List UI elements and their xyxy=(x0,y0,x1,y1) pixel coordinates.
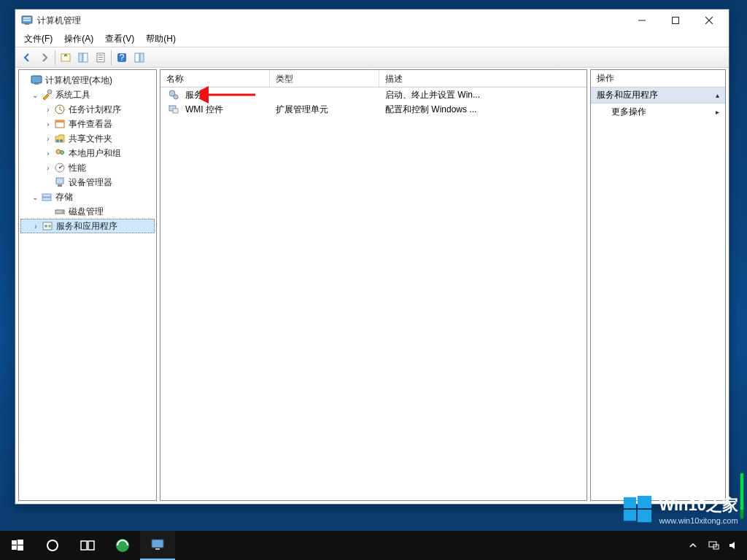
tree-storage[interactable]: ⌄ 存储 xyxy=(20,190,155,204)
svg-rect-46 xyxy=(638,510,651,522)
titlebar: 计算机管理 xyxy=(15,9,729,31)
tree-shared-folders[interactable]: › 共享文件夹 xyxy=(20,131,155,146)
svg-rect-17 xyxy=(31,76,42,83)
list-item-services[interactable]: 服务 启动、终止并设置 Win... xyxy=(160,88,587,102)
navigation-tree[interactable]: 计算机管理(本地) ⌄ 系统工具 › 任务计划程序 › 事件查看器 xyxy=(19,70,156,236)
svg-rect-8 xyxy=(83,53,88,62)
svg-point-39 xyxy=(174,95,178,99)
tray-volume-icon[interactable] xyxy=(725,531,743,560)
tree-label: 共享文件夹 xyxy=(69,133,112,145)
svg-point-25 xyxy=(56,149,61,154)
tree-disk-management[interactable]: 磁盘管理 xyxy=(20,204,155,219)
actions-pane: 操作 服务和应用程序 ▴ 更多操作 ▸ xyxy=(590,69,726,501)
column-header-type[interactable]: 类型 xyxy=(270,70,379,87)
svg-rect-47 xyxy=(12,540,17,545)
up-button[interactable] xyxy=(57,50,74,66)
svg-rect-1 xyxy=(23,18,31,19)
windows-logo-icon xyxy=(622,494,653,525)
volume-indicator xyxy=(740,472,744,519)
svg-rect-56 xyxy=(155,548,160,550)
menu-file[interactable]: 文件(F) xyxy=(18,31,58,47)
actions-item-more[interactable]: 更多操作 ▸ xyxy=(591,104,725,120)
menubar: 文件(F) 操作(A) 查看(V) 帮助(H) xyxy=(15,31,729,47)
taskbar-app-computer-management[interactable] xyxy=(140,531,175,560)
tree-device-manager[interactable]: 设备管理器 xyxy=(20,175,155,190)
window-body: 计算机管理(本地) ⌄ 系统工具 › 任务计划程序 › 事件查看器 xyxy=(18,69,726,501)
list-body[interactable]: 服务 启动、终止并设置 Win... WMI 控件 扩展管理单元 配置和控制 W… xyxy=(160,88,587,500)
column-header-name[interactable]: 名称 xyxy=(160,70,270,87)
svg-point-37 xyxy=(48,225,51,228)
tree-label: 任务计划程序 xyxy=(69,104,121,116)
actions-group-label: 服务和应用程序 xyxy=(597,89,658,101)
cortana-search-button[interactable] xyxy=(35,531,70,560)
show-hide-tree-button[interactable] xyxy=(74,50,92,66)
chevron-up-icon: ▴ xyxy=(716,91,719,99)
svg-rect-10 xyxy=(98,55,103,55)
svg-rect-12 xyxy=(98,59,103,60)
tree-label: 设备管理器 xyxy=(69,176,112,189)
watermark-url: www.win10xitong.com xyxy=(659,516,738,525)
collapse-icon[interactable]: ⌄ xyxy=(31,91,39,99)
back-button[interactable] xyxy=(18,50,36,66)
toolbar-separator xyxy=(55,50,55,65)
tree-task-scheduler[interactable]: › 任务计划程序 xyxy=(20,102,155,117)
help-button[interactable]: ? xyxy=(113,50,131,66)
system-tray xyxy=(680,531,747,560)
expand-icon[interactable]: › xyxy=(44,120,53,128)
expand-icon[interactable]: › xyxy=(44,164,53,172)
svg-point-26 xyxy=(61,151,64,155)
tree-services-and-apps[interactable]: › 服务和应用程序 xyxy=(20,219,155,233)
users-icon xyxy=(54,147,66,159)
maximize-button[interactable] xyxy=(659,9,692,31)
forward-button[interactable] xyxy=(36,50,53,66)
show-hide-action-pane-button[interactable] xyxy=(131,50,148,66)
expand-icon[interactable]: › xyxy=(44,149,53,158)
cell-text: 启动、终止并设置 Win... xyxy=(379,89,587,101)
svg-rect-43 xyxy=(624,497,636,508)
tree-performance[interactable]: › 性能 xyxy=(20,160,155,175)
svg-rect-16 xyxy=(140,53,144,62)
collapse-icon[interactable]: ⌄ xyxy=(31,193,39,201)
tray-overflow-button[interactable] xyxy=(684,531,702,560)
expand-icon[interactable]: › xyxy=(31,222,40,230)
navigation-tree-pane: 计算机管理(本地) ⌄ 系统工具 › 任务计划程序 › 事件查看器 xyxy=(18,69,157,501)
actions-group-services-and-apps[interactable]: 服务和应用程序 ▴ xyxy=(591,88,725,104)
svg-point-36 xyxy=(44,225,47,228)
menu-action[interactable]: 操作(A) xyxy=(58,31,99,47)
tray-network-icon[interactable] xyxy=(705,531,722,560)
expand-icon[interactable]: › xyxy=(44,106,53,114)
app-icon xyxy=(21,15,33,26)
actions-item-label: 更多操作 xyxy=(611,106,646,118)
performance-icon xyxy=(54,162,66,174)
tree-label: 计算机管理(本地) xyxy=(45,74,112,87)
minimize-button[interactable] xyxy=(625,9,659,31)
tree-system-tools[interactable]: ⌄ 系统工具 xyxy=(20,88,155,102)
storage-icon xyxy=(41,191,53,203)
gears-icon xyxy=(168,89,179,101)
tree-label: 性能 xyxy=(69,162,86,174)
svg-rect-22 xyxy=(55,120,64,122)
task-view-button[interactable] xyxy=(70,531,105,560)
menu-help[interactable]: 帮助(H) xyxy=(140,31,182,47)
tree-label: 存储 xyxy=(55,191,73,203)
expand-icon[interactable]: › xyxy=(44,135,53,143)
tree-local-users[interactable]: › 本地用户和组 xyxy=(20,146,155,160)
list-item-wmi-control[interactable]: WMI 控件 扩展管理单元 配置和控制 Windows ... xyxy=(160,102,587,117)
column-header-description[interactable]: 描述 xyxy=(379,70,587,87)
close-button[interactable] xyxy=(692,9,726,31)
properties-button[interactable] xyxy=(92,50,109,66)
tree-root[interactable]: 计算机管理(本地) xyxy=(20,73,155,88)
menu-view[interactable]: 查看(V) xyxy=(99,31,140,47)
cell-text: 配置和控制 Windows ... xyxy=(379,104,587,116)
wmi-icon xyxy=(168,104,179,115)
window-controls xyxy=(625,9,726,31)
svg-rect-41 xyxy=(173,109,178,113)
svg-rect-5 xyxy=(673,18,679,24)
taskbar-app-edge[interactable] xyxy=(105,531,140,560)
taskbar xyxy=(0,531,747,560)
tree-event-viewer[interactable]: › 事件查看器 xyxy=(20,117,155,131)
start-button[interactable] xyxy=(0,531,35,560)
svg-rect-31 xyxy=(42,194,51,197)
svg-rect-30 xyxy=(58,184,62,187)
details-list-pane: 名称 类型 描述 服务 启动、终止并设置 Win... WMI 控件 xyxy=(160,69,587,501)
